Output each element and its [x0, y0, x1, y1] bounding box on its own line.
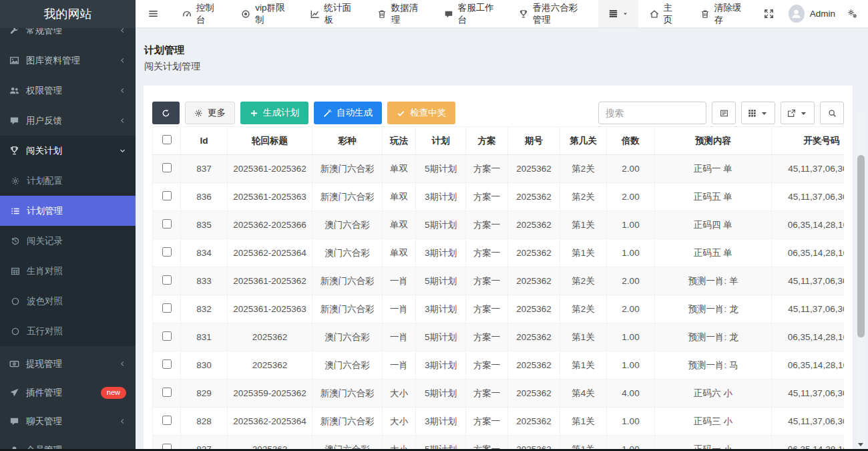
auto-generate-label: 自动生成: [337, 107, 373, 119]
cell-plan: 5期计划: [416, 267, 466, 295]
cell-scheme: 方案一: [466, 408, 508, 436]
columns-button[interactable]: [741, 102, 775, 124]
check-winning-button[interactable]: 检查中奖: [387, 102, 455, 124]
sidebar-item-chat[interactable]: 聊天管理: [0, 407, 136, 436]
cell-numbers: 06,35,14,28,16,3: [772, 239, 845, 267]
cell-numbers: 06,35,14,28,16,3: [772, 323, 845, 351]
cell-id: 836: [181, 183, 228, 211]
trophy-icon: [519, 9, 528, 19]
settings-button[interactable]: [842, 9, 868, 19]
table-row: 833 2025361-2025362 新澳门六合彩 一肖 5期计划 方案一 2…: [153, 267, 845, 295]
row-checkbox[interactable]: [162, 275, 172, 285]
sidebar-subitem-challenge-records[interactable]: 闯关记录: [0, 226, 136, 256]
more-button[interactable]: 更多: [185, 102, 235, 124]
cell-scheme: 方案一: [466, 239, 508, 267]
topnav-label: vip群限制: [255, 2, 287, 26]
sidebar-item-gallery[interactable]: 图库资料管理: [0, 45, 136, 76]
sidebar-subitem-zodiac-table[interactable]: 生肖对照: [0, 256, 136, 286]
cell-level: 第1关: [560, 323, 607, 351]
username[interactable]: Admin: [805, 9, 842, 19]
list-icon: [11, 206, 20, 216]
vertical-scrollbar-thumb[interactable]: [857, 155, 865, 337]
cell-play: 一肖: [383, 295, 416, 323]
topnav-hk-lottery-manage[interactable]: 香港六合彩管理: [507, 0, 598, 27]
fullscreen-button[interactable]: [756, 0, 782, 27]
toggle-view-button[interactable]: [712, 102, 736, 124]
export-button[interactable]: [781, 102, 815, 124]
row-checkbox[interactable]: [162, 303, 172, 313]
cell-scheme: 方案一: [466, 351, 508, 380]
scroll-down-caret-icon[interactable]: [858, 443, 863, 446]
row-checkbox[interactable]: [162, 247, 172, 257]
sidebar-item-label: 提现管理: [26, 358, 62, 370]
cell-title: 2025362-2025364: [228, 239, 312, 267]
expand-icon: [764, 9, 774, 19]
cell-play: 一肖: [383, 351, 416, 380]
topnav-statistics[interactable]: 统计面板: [299, 0, 366, 27]
cell-play: 单双: [383, 211, 416, 239]
sidebar-subitem-plan-manage[interactable]: 计划管理: [0, 196, 136, 226]
row-checkbox[interactable]: [162, 416, 172, 425]
cell-period: 2025362: [508, 183, 560, 211]
sidebar-item-label: 权限管理: [26, 85, 62, 97]
circle-icon: [11, 297, 20, 306]
clear-cache-button[interactable]: 清除缓存: [689, 0, 756, 27]
topnav-data-cleanup[interactable]: 数据清理: [366, 0, 433, 27]
sidebar-subitem-five-elements-table[interactable]: 五行对照: [0, 316, 136, 346]
cell-plan: 3期计划: [416, 239, 466, 267]
search-button[interactable]: [820, 102, 844, 124]
cell-id: 837: [181, 155, 228, 183]
cell-period: 2025362: [508, 323, 560, 351]
sidebar-item-challenge-plan[interactable]: 闯关计划: [0, 136, 136, 166]
search-input[interactable]: [598, 102, 706, 124]
cell-level: 第2关: [560, 295, 607, 323]
sidebar-subitem-wave-color-table[interactable]: 波色对照: [0, 286, 136, 316]
sidebar-subitem-plan-config[interactable]: 计划配置: [0, 166, 136, 196]
dot-circle-icon: [241, 9, 250, 19]
row-checkbox[interactable]: [162, 331, 172, 341]
table-row: 836 2025361-2025363 新澳门六合彩 单双 3期计划 方案一 2…: [153, 183, 845, 211]
chevron-left-icon: [119, 418, 126, 425]
auto-generate-button[interactable]: 自动生成: [314, 102, 382, 124]
clear-cache-label: 清除缓存: [714, 2, 744, 26]
topnav-vip-group-limit[interactable]: vip群限制: [230, 0, 298, 27]
sidebar-item-plugins[interactable]: 插件管理 new: [0, 378, 136, 407]
refresh-button[interactable]: [152, 102, 180, 124]
columns-grid-icon: [748, 109, 756, 118]
cell-lottery: 澳门六合彩: [312, 351, 383, 380]
topnav-dashboard[interactable]: 控制台: [171, 0, 230, 27]
cell-plan: 5期计划: [416, 323, 466, 351]
home-button[interactable]: 主页: [638, 0, 689, 27]
cell-title: 2025361-2025362: [228, 267, 312, 295]
trophy-icon: [9, 146, 19, 156]
column-header-plan: 计划: [416, 127, 466, 155]
row-checkbox[interactable]: [162, 388, 172, 397]
topnav-label: 数据清理: [391, 2, 421, 26]
cell-lottery: 澳门六合彩: [312, 211, 383, 239]
row-checkbox[interactable]: [162, 359, 172, 369]
gear-icon: [194, 109, 203, 118]
select-all-checkbox[interactable]: [162, 135, 172, 144]
search-icon: [828, 109, 837, 118]
sidebar-item-feedback[interactable]: 用户反馈: [0, 106, 136, 136]
row-checkbox[interactable]: [162, 191, 172, 200]
table-row: 832 2025361-2025363 新澳门六合彩 一肖 3期计划 方案一 2…: [153, 295, 845, 323]
generate-plan-button[interactable]: 生成计划: [240, 102, 308, 124]
topnav-support-workbench[interactable]: 客服工作台: [433, 0, 507, 27]
plan-table-wrap: Id 轮回标题 彩种 玩法 计划 方案 期号 第几关 倍数 预测内容 开奖号码: [152, 126, 844, 451]
comment-icon: [9, 116, 19, 126]
sidebar-item-permissions[interactable]: 权限管理: [0, 76, 136, 106]
vertical-scrollbar-track[interactable]: [857, 112, 865, 448]
sidebar-subitem-label: 五行对照: [27, 325, 63, 337]
caret-down-icon: [799, 109, 808, 118]
cell-multiple: 2.00: [607, 183, 655, 211]
topnav-label: 统计面板: [324, 2, 355, 26]
sidebar-item-withdrawal[interactable]: 提现管理: [0, 349, 136, 378]
cell-scheme: 方案一: [466, 380, 508, 408]
cell-level: 第2关: [560, 183, 607, 211]
row-checkbox[interactable]: [162, 219, 172, 229]
avatar[interactable]: [789, 5, 805, 23]
sidebar-toggle-button[interactable]: [136, 0, 171, 27]
row-checkbox[interactable]: [162, 163, 172, 172]
menu-stack-dropdown[interactable]: [598, 0, 638, 27]
